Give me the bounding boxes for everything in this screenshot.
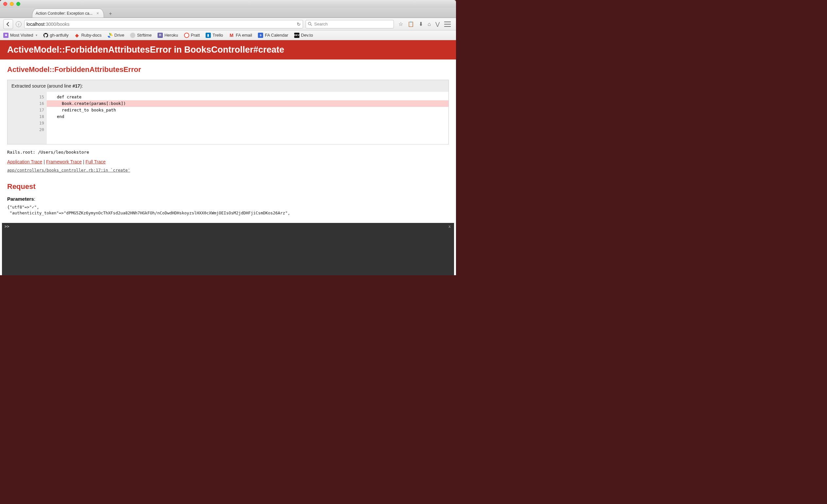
error-body: ActiveModel::ForbiddenAttributesError Ex… [0,59,456,216]
url-host: localhost [27,21,44,27]
globe-icon [130,33,135,38]
exception-name: ActiveModel::ForbiddenAttributesError [7,65,449,74]
toolbar-icons: ☆ 📋 ⬇ ⌂ ⋁ [396,21,453,27]
titlebar [0,0,456,8]
full-trace-link[interactable]: Full Trace [86,159,106,164]
console-prompt: >> [5,224,9,229]
error-header: ActiveModel::ForbiddenAttributesError in… [0,40,456,59]
back-button[interactable] [3,19,13,29]
tab-close-icon[interactable]: × [96,11,99,16]
devto-icon: DEV [294,33,299,38]
bookmark-strftime[interactable]: Strftime [130,33,152,38]
bookmarks-bar: ❖Most Visited▾ gh-artfully ◆Ruby-docs Dr… [0,31,456,40]
tab-strip: Action Controller: Exception ca... × + [0,8,456,18]
code-line: def create [47,94,448,100]
window-controls [3,2,20,6]
code-line: redirect_to books_path [47,107,448,113]
bookmark-pratt[interactable]: Pratt [184,33,200,38]
maximize-window-button[interactable] [16,2,20,6]
close-window-button[interactable] [3,2,7,6]
search-placeholder: Search [314,21,328,27]
reload-icon[interactable]: ↻ [297,21,301,27]
browser-tab[interactable]: Action Controller: Exception ca... × [32,8,104,18]
pocket-icon[interactable]: ⋁ [435,21,440,27]
request-heading: Request [7,183,449,191]
framework-trace-link[interactable]: Framework Trace [46,159,82,164]
bookmark-star-icon[interactable]: ☆ [398,21,403,27]
svg-point-0 [308,22,311,25]
web-console[interactable]: >> x [2,223,454,275]
bookmark-dev-to[interactable]: DEVDev.to [294,33,313,38]
rails-root: Rails.root: /Users/leo/bookstore [7,150,449,155]
search-icon [308,22,312,26]
source-extract-title: Extracted source (around line #17): [7,80,448,92]
bookmark-trello[interactable]: ▮Trello [206,33,223,38]
tab-title: Action Controller: Exception ca... [36,11,93,16]
github-icon [43,33,48,38]
console-close-icon[interactable]: x [448,224,451,229]
svg-line-1 [310,24,312,26]
application-trace-link[interactable]: Application Trace [7,159,42,164]
gmail-icon: M [229,33,234,38]
bookmark-fa-calendar[interactable]: 9FA Calendar [258,33,288,38]
site-info-icon[interactable]: i [16,21,21,27]
browser-window: Action Controller: Exception ca... × + i… [0,0,456,278]
pratt-icon [184,33,189,38]
heroku-icon: H [157,33,163,38]
code-lines: def create Book.create(params[:book]) re… [47,92,448,144]
trace-line[interactable]: app/controllers/books_controller.rb:17:i… [7,168,449,172]
bookmark-heroku[interactable]: HHeroku [157,33,178,38]
chevron-down-icon: ▾ [36,33,37,37]
drive-icon [107,33,113,38]
ruby-icon: ◆ [75,33,80,38]
downloads-icon[interactable]: ⬇ [419,21,423,27]
trace-tabs: Application Trace|Framework Trace|Full T… [7,159,449,164]
grid-icon: ❖ [3,33,8,38]
toolbar: i localhost:3000/books ↻ Search ☆ 📋 ⬇ ⌂ … [0,18,456,31]
line-number-gutter: 15 16 17 18 19 20 [7,92,47,144]
bookmark-ruby-docs[interactable]: ◆Ruby-docs [75,33,102,38]
code-area: 15 16 17 18 19 20 def create Book.create… [7,92,448,144]
source-extract: Extracted source (around line #17): 15 1… [7,80,449,145]
minimize-window-button[interactable] [10,2,14,6]
calendar-icon: 9 [258,33,263,38]
url-path: :3000/books [44,21,69,27]
parameters-label: Parameters: [7,196,449,202]
clipboard-icon[interactable]: 📋 [407,21,414,27]
home-icon[interactable]: ⌂ [428,21,431,27]
search-box[interactable]: Search [306,20,394,29]
new-tab-button[interactable]: + [106,10,115,18]
bookmark-fa-email[interactable]: MFA email [229,33,252,38]
code-line-highlighted: Book.create(params[:book]) [47,100,448,107]
parameters-dump: {"utf8"=>"✓", "authenticity_token"=>"dPM… [7,204,449,216]
address-bar[interactable]: localhost:3000/books ↻ [24,20,303,29]
menu-button[interactable] [444,21,451,27]
code-line: end [47,113,448,120]
bookmark-most-visited[interactable]: ❖Most Visited▾ [3,33,37,38]
trello-icon: ▮ [206,33,211,38]
bookmark-drive[interactable]: Drive [107,33,124,38]
bookmark-gh-artfully[interactable]: gh-artfully [43,33,69,38]
